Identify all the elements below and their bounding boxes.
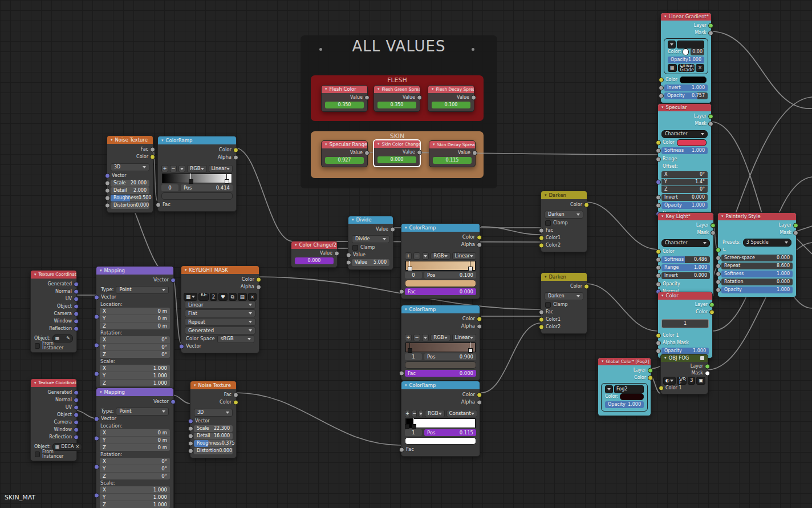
remove-stop-button[interactable]: − bbox=[413, 334, 420, 341]
socket-alpha-out[interactable] bbox=[233, 155, 238, 160]
layer-index-field[interactable]: 1 bbox=[661, 319, 709, 328]
gradient-stop[interactable] bbox=[408, 261, 412, 271]
softness-slider[interactable]: Softness1.000 bbox=[661, 147, 708, 154]
socket-color-out[interactable] bbox=[584, 202, 589, 207]
value-slider[interactable]: 0.100 bbox=[432, 102, 470, 108]
new-image-button[interactable]: ⧉ bbox=[229, 293, 237, 301]
collapse-arrow-icon[interactable]: ▾ bbox=[405, 308, 407, 312]
location-x-field[interactable]: X0 m bbox=[100, 429, 170, 436]
fake-user-button[interactable]: ♥ bbox=[218, 293, 228, 301]
interpolation-dropdown[interactable]: Linear bbox=[452, 252, 476, 260]
socket-invert-in[interactable] bbox=[659, 86, 664, 91]
node-noise-texture-2[interactable]: ▾Noise Texture Fac Color 3D Vector Scale… bbox=[190, 381, 237, 458]
node-specular[interactable]: ▾Specular Layer Mask Character Color Sof… bbox=[657, 103, 712, 220]
object-picker[interactable]: ▦DECA× bbox=[52, 443, 83, 451]
add-stop-button[interactable]: + bbox=[405, 334, 412, 341]
fog-browse-button[interactable] bbox=[605, 385, 613, 393]
collapse-arrow-icon[interactable]: ▾ bbox=[100, 390, 102, 394]
scale-field[interactable]: Scale22.300 bbox=[194, 425, 233, 432]
color-swatch[interactable] bbox=[677, 139, 707, 146]
socket-scale-in[interactable] bbox=[105, 181, 110, 186]
socket-color1-in[interactable] bbox=[656, 333, 661, 338]
socket-alpha-out[interactable] bbox=[477, 324, 482, 329]
socket-fac-out[interactable] bbox=[233, 392, 238, 397]
stop-index-field[interactable]: 0 bbox=[161, 184, 178, 191]
screen-space-field[interactable]: Screen-space0.000 bbox=[721, 255, 793, 261]
location-z-field[interactable]: Z0 m bbox=[100, 444, 170, 451]
gradient-bar[interactable] bbox=[405, 418, 476, 428]
socket-vector-in[interactable] bbox=[94, 295, 99, 300]
node-header[interactable]: ▾Flesh Color bbox=[322, 86, 367, 93]
open-image-button[interactable]: ▤ bbox=[238, 293, 247, 301]
socket-vector-in[interactable] bbox=[105, 173, 110, 178]
socket-generated-out[interactable] bbox=[74, 390, 79, 395]
opacity-slider[interactable]: Opacity1.000 bbox=[668, 57, 704, 63]
nodegroup-name-field[interactable]: OBJ F bbox=[677, 377, 687, 385]
color-mode-dropdown[interactable]: RGB bbox=[425, 410, 444, 417]
socket-color-out[interactable] bbox=[648, 375, 653, 380]
color-mode-dropdown[interactable]: RGB bbox=[431, 334, 450, 341]
collapse-arrow-icon[interactable]: ▾ bbox=[185, 268, 187, 272]
stop-index-field[interactable]: 0 bbox=[405, 272, 422, 279]
blend-mode-dropdown[interactable]: Darken bbox=[545, 292, 583, 300]
socket-layer-out[interactable] bbox=[708, 114, 713, 119]
socket-rotation-in[interactable] bbox=[94, 465, 99, 470]
socket-mask-out[interactable] bbox=[708, 121, 713, 126]
collapse-arrow-icon[interactable]: ▾ bbox=[405, 226, 407, 230]
gradient-bar[interactable] bbox=[162, 174, 232, 183]
scale-z-field[interactable]: Z1.000 bbox=[100, 501, 170, 508]
socket-alpha-out[interactable] bbox=[477, 242, 482, 247]
node-header[interactable]: ▾Texture Coordinate bbox=[31, 379, 76, 387]
socket-opacity-in[interactable] bbox=[656, 349, 661, 354]
fac-slider[interactable]: Fac0.000 bbox=[405, 288, 476, 295]
interpolation-dropdown[interactable]: Linear bbox=[185, 301, 255, 309]
collapse-arrow-icon[interactable]: ▾ bbox=[664, 356, 667, 360]
socket-reflection-out[interactable] bbox=[74, 326, 79, 331]
invert-slider[interactable]: Invert1.000 bbox=[664, 84, 708, 91]
scale-z-field[interactable]: Z1.000 bbox=[100, 379, 170, 386]
node-header[interactable]: ▾Flesh Green Spread bbox=[374, 86, 420, 93]
socket-opacity-in[interactable] bbox=[659, 94, 664, 99]
color-space-dropdown[interactable]: sRGB bbox=[217, 335, 254, 343]
node-noise-texture-1[interactable]: ▾Noise Texture Fac Color 3D Vector Scale… bbox=[107, 135, 153, 213]
socket-color-in[interactable] bbox=[656, 140, 661, 145]
collapse-arrow-icon[interactable]: ▾ bbox=[295, 243, 297, 247]
stop-color-swatch[interactable] bbox=[405, 437, 476, 445]
socket-detail-in[interactable] bbox=[105, 188, 110, 193]
socket-color-out[interactable] bbox=[256, 277, 261, 282]
socket-color-out[interactable] bbox=[233, 400, 238, 405]
location-y-field[interactable]: Y0 m bbox=[100, 315, 170, 322]
collapse-arrow-icon[interactable]: ▾ bbox=[100, 269, 102, 273]
blend-mode-dropdown[interactable]: Darken bbox=[545, 211, 583, 219]
offset-x-field[interactable]: X0° bbox=[661, 171, 708, 178]
ramp-options-button[interactable] bbox=[178, 165, 185, 172]
value-slider[interactable]: 0.115 bbox=[433, 157, 472, 164]
node-flesh-color[interactable]: ▾Flesh Color Value 0.350 bbox=[321, 85, 368, 112]
socket-opacity-in[interactable] bbox=[716, 288, 721, 293]
socket-value2-in[interactable] bbox=[346, 260, 351, 265]
socket-vector-in[interactable] bbox=[179, 344, 184, 349]
socket-location-in[interactable] bbox=[94, 315, 99, 320]
type-dropdown[interactable]: Point bbox=[116, 408, 169, 416]
socket-fac-out[interactable] bbox=[150, 147, 155, 152]
socket-repeat-in[interactable] bbox=[716, 264, 721, 269]
offset-y-field[interactable]: Y1.4° bbox=[661, 179, 708, 186]
collapse-arrow-icon[interactable]: ▾ bbox=[111, 138, 113, 142]
collapse-arrow-icon[interactable]: ▾ bbox=[377, 87, 380, 91]
interpolation-dropdown[interactable]: Linear bbox=[209, 165, 233, 172]
dimensions-dropdown[interactable]: 3D bbox=[194, 409, 233, 417]
rotation-z-field[interactable]: Z0° bbox=[100, 350, 170, 358]
socket-roughness-in[interactable] bbox=[105, 196, 110, 201]
gradient-stop[interactable] bbox=[468, 342, 473, 352]
socket-color-out[interactable] bbox=[233, 147, 238, 152]
add-stop-button[interactable]: + bbox=[405, 410, 410, 417]
node-header[interactable]: ▾ColorRamp bbox=[401, 381, 480, 389]
node-header[interactable]: ▾Flesh Decay Spread bbox=[428, 86, 474, 93]
stop-color-swatch[interactable] bbox=[405, 280, 476, 287]
value-slider[interactable]: 0.927 bbox=[325, 157, 364, 164]
node-header[interactable]: ▾Color bbox=[658, 292, 712, 300]
source-dropdown[interactable]: Generated bbox=[185, 326, 255, 334]
scale-y-field[interactable]: Y1.000 bbox=[100, 493, 170, 501]
node-darken-2[interactable]: ▾Darken Color Darken Clamp Fac Color1 Co… bbox=[541, 272, 587, 334]
node-header[interactable]: ▾Key Light* bbox=[658, 213, 713, 220]
